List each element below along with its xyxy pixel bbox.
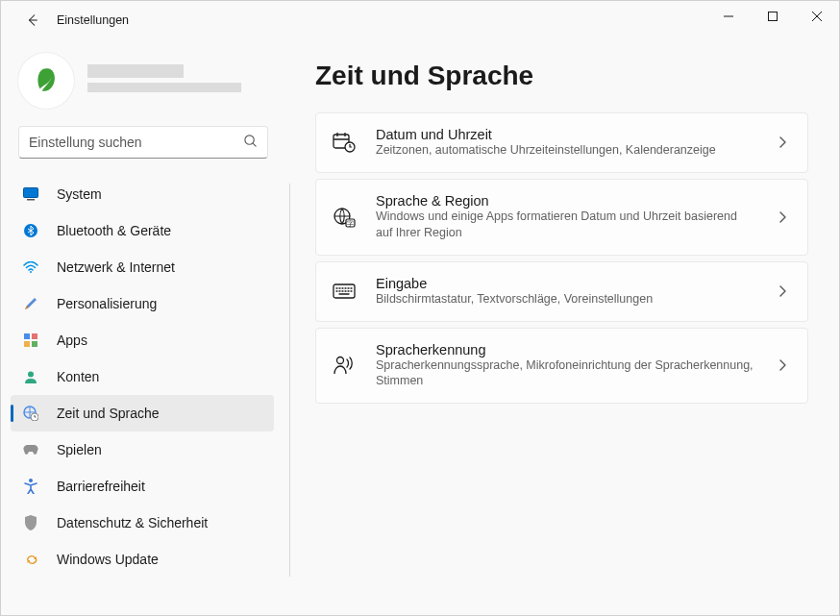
svg-text:字: 字 bbox=[347, 219, 354, 226]
svg-point-1 bbox=[245, 135, 254, 143]
card-title: Sprache & Region bbox=[376, 193, 755, 209]
profile-section[interactable] bbox=[9, 45, 289, 122]
page-title: Zeit und Sprache bbox=[315, 61, 808, 91]
bluetooth-icon bbox=[22, 222, 39, 239]
svg-rect-9 bbox=[32, 341, 37, 347]
nav-label: Apps bbox=[57, 333, 87, 348]
card-subtitle: Zeitzonen, automatische Uhrzeiteinstellu… bbox=[376, 142, 755, 159]
chevron-right-icon bbox=[775, 209, 790, 225]
chevron-right-icon bbox=[775, 357, 790, 373]
card-subtitle: Spracherkennungssprache, Mikrofoneinrich… bbox=[376, 357, 755, 390]
svg-rect-3 bbox=[27, 199, 35, 201]
chevron-right-icon bbox=[775, 283, 790, 299]
nav-label: System bbox=[57, 186, 102, 202]
sidebar-item-apps[interactable]: Apps bbox=[11, 322, 274, 358]
nav-label: Personalisierung bbox=[57, 296, 157, 311]
nav-label: Bluetooth & Geräte bbox=[57, 223, 171, 238]
maximize-button[interactable] bbox=[751, 1, 795, 32]
wifi-icon bbox=[22, 259, 39, 276]
accessibility-icon bbox=[22, 478, 39, 495]
sidebar-item-bluetooth[interactable]: Bluetooth & Geräte bbox=[11, 212, 274, 249]
sidebar-item-personalization[interactable]: Personalisierung bbox=[11, 285, 274, 322]
speech-icon bbox=[332, 353, 357, 378]
monitor-icon bbox=[22, 185, 39, 203]
card-subtitle: Bildschirmtastatur, Textvorschläge, Vore… bbox=[376, 291, 755, 308]
sidebar-item-network[interactable]: Netzwerk & Internet bbox=[11, 249, 274, 285]
gamepad-icon bbox=[22, 441, 39, 458]
svg-rect-8 bbox=[24, 341, 30, 347]
nav-label: Spielen bbox=[57, 442, 102, 457]
chevron-right-icon bbox=[775, 135, 790, 150]
card-typing[interactable]: Eingabe Bildschirmtastatur, Textvorschlä… bbox=[315, 261, 808, 322]
svg-rect-7 bbox=[32, 333, 37, 339]
svg-point-5 bbox=[30, 271, 32, 273]
card-title: Eingabe bbox=[376, 276, 755, 291]
sidebar-item-accessibility[interactable]: Barrierefreiheit bbox=[11, 468, 274, 505]
svg-point-20 bbox=[337, 357, 344, 364]
card-date-time[interactable]: Datum und Uhrzeit Zeitzonen, automatisch… bbox=[315, 112, 808, 173]
profile-name-redacted bbox=[87, 64, 280, 97]
sidebar-item-privacy[interactable]: Datenschutz & Sicherheit bbox=[11, 505, 274, 541]
back-button[interactable] bbox=[22, 10, 43, 31]
search-input[interactable] bbox=[29, 135, 243, 150]
svg-rect-2 bbox=[24, 188, 38, 198]
card-title: Datum und Uhrzeit bbox=[376, 127, 755, 142]
globe-clock-icon bbox=[22, 405, 39, 422]
sidebar-item-time-language[interactable]: Zeit und Sprache bbox=[11, 395, 274, 431]
sidebar-item-windows-update[interactable]: Windows Update bbox=[11, 541, 274, 578]
svg-point-10 bbox=[28, 372, 34, 378]
sidebar-item-accounts[interactable]: Konten bbox=[11, 358, 274, 395]
sidebar-item-gaming[interactable]: Spielen bbox=[11, 431, 274, 468]
nav-label: Netzwerk & Internet bbox=[57, 259, 175, 275]
card-speech[interactable]: Spracherkennung Spracherkennungssprache,… bbox=[315, 328, 808, 405]
nav-label: Konten bbox=[57, 369, 99, 384]
sidebar-item-system[interactable]: System bbox=[11, 176, 274, 212]
minimize-button[interactable] bbox=[706, 1, 751, 32]
nav-label: Zeit und Sprache bbox=[57, 406, 160, 421]
svg-rect-0 bbox=[769, 12, 778, 21]
avatar bbox=[18, 53, 74, 109]
card-subtitle: Windows und einige Apps formatieren Datu… bbox=[376, 209, 755, 241]
globe-language-icon: 字 bbox=[332, 205, 357, 230]
svg-point-13 bbox=[29, 479, 33, 482]
card-title: Spracherkennung bbox=[376, 342, 755, 357]
keyboard-icon bbox=[332, 279, 357, 304]
nav-label: Barrierefreiheit bbox=[57, 479, 145, 494]
svg-rect-6 bbox=[24, 333, 30, 339]
window-title: Einstellungen bbox=[57, 13, 129, 27]
close-button[interactable] bbox=[795, 1, 839, 32]
update-icon bbox=[22, 551, 39, 568]
calendar-clock-icon bbox=[332, 130, 357, 155]
nav-label: Datenschutz & Sicherheit bbox=[57, 515, 208, 530]
search-icon bbox=[243, 134, 258, 152]
card-language-region[interactable]: 字 Sprache & Region Windows und einige Ap… bbox=[315, 179, 808, 256]
person-icon bbox=[22, 368, 39, 385]
nav-label: Windows Update bbox=[57, 552, 159, 567]
search-box[interactable] bbox=[18, 126, 268, 159]
brush-icon bbox=[22, 295, 39, 312]
apps-icon bbox=[22, 332, 39, 349]
shield-icon bbox=[22, 514, 39, 531]
